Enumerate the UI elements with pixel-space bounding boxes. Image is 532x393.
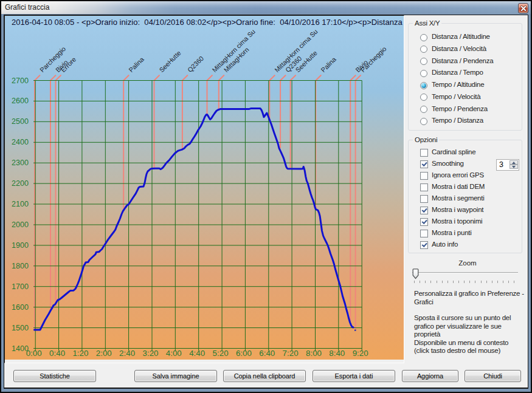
svg-text:2200: 2200 [12,179,29,188]
svg-text:8:00: 8:00 [306,349,322,358]
svg-text:2400: 2400 [12,138,29,146]
svg-text:2016-04-10 08:05 - <p>Orario i: 2016-04-10 08:05 - <p>Orario inizio: 04/… [12,18,403,27]
svg-text:4:40: 4:40 [189,349,205,358]
svg-text:3:20: 3:20 [143,349,159,358]
svg-text:1700: 1700 [12,282,29,291]
svg-text:2:00: 2:00 [96,349,112,358]
svg-text:2100: 2100 [12,200,29,208]
svg-text:1600: 1600 [12,303,29,312]
svg-text:1500: 1500 [12,324,29,332]
svg-text:1:20: 1:20 [72,349,88,358]
svg-text:4:00: 4:00 [166,349,182,358]
svg-text:2500: 2500 [12,117,29,126]
svg-text:2000: 2000 [12,220,29,229]
svg-text:1900: 1900 [12,241,29,250]
svg-text:2300: 2300 [12,159,29,167]
svg-text:0:00: 0:00 [26,349,42,358]
svg-text:1800: 1800 [12,262,29,270]
svg-text:6:00: 6:00 [236,349,252,358]
svg-text:2600: 2600 [12,97,29,105]
svg-text:0:40: 0:40 [49,349,65,358]
svg-text:5:20: 5:20 [213,349,229,358]
svg-text:8:40: 8:40 [329,349,345,358]
svg-text:6:40: 6:40 [259,349,275,358]
svg-text:9:20: 9:20 [353,349,368,358]
svg-text:2700: 2700 [12,77,29,85]
svg-text:7:20: 7:20 [283,349,299,358]
svg-text:2:40: 2:40 [119,349,135,358]
